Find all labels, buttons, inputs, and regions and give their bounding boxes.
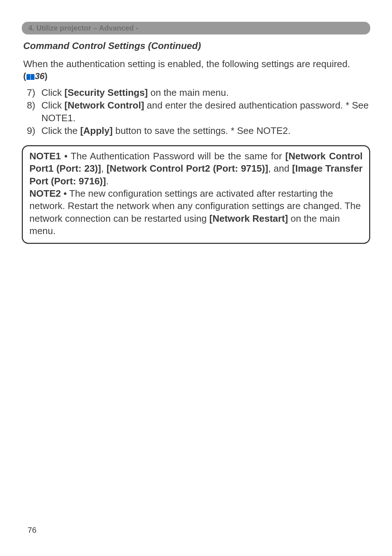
page-reference: (36) bbox=[22, 71, 370, 81]
ref-close-paren: ) bbox=[45, 71, 48, 81]
step-number: 8) bbox=[27, 99, 41, 124]
ref-open-paren: ( bbox=[23, 71, 26, 81]
chapter-bar: 4. Utilize projector – Advanced - bbox=[22, 22, 370, 34]
step-row: 7) Click [Security Settings] on the main… bbox=[27, 86, 370, 99]
page-number: 76 bbox=[28, 526, 36, 535]
note1-bold: [Network Control Port2 (Port: 9715)] bbox=[106, 163, 268, 174]
note1-text: , and bbox=[268, 163, 292, 174]
step-body: Click [Network Control] and enter the de… bbox=[41, 99, 370, 124]
note1: NOTE1 • The Authentication Password will… bbox=[29, 150, 363, 187]
step-number: 9) bbox=[27, 124, 41, 137]
step-bold: [Network Control] bbox=[65, 100, 144, 111]
intro-text: When the authentication setting is enabl… bbox=[22, 58, 370, 70]
note-box: NOTE1 • The Authentication Password will… bbox=[22, 145, 370, 244]
step-row: 8) Click [Network Control] and enter the… bbox=[27, 99, 370, 124]
page-ref-number: 36 bbox=[35, 71, 45, 81]
chapter-bar-text: 4. Utilize projector – Advanced - bbox=[28, 24, 138, 32]
step-number: 7) bbox=[27, 86, 41, 99]
note1-text: • The Authentication Password will be th… bbox=[61, 151, 285, 162]
note2: NOTE2 • The new configuration settings a… bbox=[29, 187, 363, 237]
page-container: 4. Utilize projector – Advanced - Comman… bbox=[0, 0, 392, 244]
step-bold: [Security Settings] bbox=[65, 87, 148, 98]
step-body: Click [Security Settings] on the main me… bbox=[41, 86, 370, 99]
step-text: button to save the settings. * See NOTE2… bbox=[113, 125, 290, 136]
step-bold: [Apply] bbox=[80, 125, 113, 136]
step-text: Click bbox=[41, 87, 65, 98]
note2-label: NOTE2 bbox=[29, 188, 61, 199]
note1-text: . bbox=[106, 176, 109, 187]
step-text: Click bbox=[41, 100, 65, 111]
note1-label: NOTE1 bbox=[29, 151, 61, 162]
step-body: Click the [Apply] button to save the set… bbox=[41, 124, 370, 137]
step-row: 9) Click the [Apply] button to save the … bbox=[27, 124, 370, 137]
section-heading: Command Control Settings (Continued) bbox=[22, 40, 370, 52]
book-icon bbox=[26, 74, 34, 80]
note1-text: , bbox=[101, 163, 106, 174]
step-text: on the main menu. bbox=[148, 87, 229, 98]
step-text: Click the bbox=[41, 125, 80, 136]
note2-bold: [Network Restart] bbox=[209, 213, 288, 224]
steps-list: 7) Click [Security Settings] on the main… bbox=[22, 86, 370, 137]
